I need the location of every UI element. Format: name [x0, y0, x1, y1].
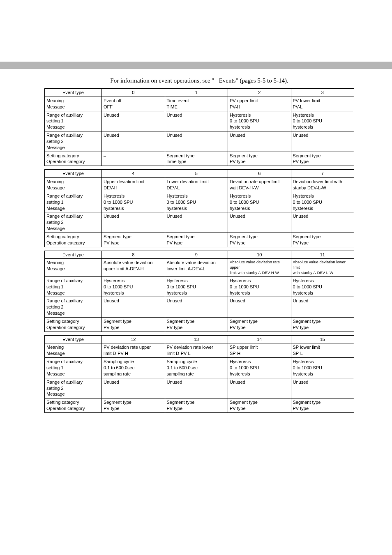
row-label-aux2: Range of auxiliarysetting 2Message [45, 297, 102, 318]
row-label-aux2: Range of auxiliarysetting 2Message [45, 378, 102, 398]
cell-aux1: Hysteresis0 to 1000 SPUhysteresis [228, 192, 291, 212]
col-header: 15 [291, 335, 354, 343]
cell-aux2: Unused [291, 212, 354, 233]
col-header: 9 [165, 251, 228, 259]
header-bar [0, 62, 392, 69]
cell-meaning: PV upper limitPV-H [228, 97, 291, 111]
row-label-setop: Setting categoryOperation category [45, 233, 102, 247]
cell-aux1: Unused [102, 111, 165, 131]
cell-aux1: Hysteresis0 to 1000 SPUhysteresis [291, 192, 354, 212]
row-header-event-type: Event type [45, 335, 102, 343]
cell-aux1: Hysteresis0 to 1000 SPUhysteresis [291, 111, 354, 131]
cell-meaning: Time eventTIME [165, 97, 228, 111]
cell-meaning: PV deviation rate lowerlimit D-PV-L [165, 343, 228, 358]
cell-setop: Segment typePV type [165, 233, 228, 247]
cell-aux2: Unused [165, 297, 228, 318]
cell-aux1: Unused [165, 111, 228, 131]
cell-setop: Segment typePV type [228, 152, 291, 166]
cell-meaning: SP lower limitSP-L [291, 343, 354, 358]
col-header: 1 [165, 89, 228, 97]
row-label-meaning: MeaningMessage [45, 343, 102, 358]
cell-aux2: Unused [102, 131, 165, 152]
page-content: For information on event operations, see… [0, 69, 392, 413]
col-header: 2 [228, 89, 291, 97]
cell-meaning: PV deviation rate upperlimit D-PV-H [102, 343, 165, 358]
col-header: 13 [165, 335, 228, 343]
cell-meaning: Upper deviation limitDEV-H [102, 178, 165, 192]
tables-container: Event type0123MeaningMessageEvent offOFF… [44, 88, 354, 413]
col-header: 6 [228, 170, 291, 178]
col-header: 12 [102, 335, 165, 343]
row-header-event-type: Event type [45, 170, 102, 178]
cell-aux1: Hysteresis0 to 1000 SPUhysteresis [102, 276, 165, 297]
cell-setop: Segment typeTime type [165, 152, 228, 166]
col-header: 14 [228, 335, 291, 343]
col-header: 0 [102, 89, 165, 97]
cell-aux1: Hysteresis0 to 1000 SPUhysteresis [228, 111, 291, 131]
event-table-0: Event type0123MeaningMessageEvent offOFF… [44, 88, 354, 166]
event-table-1: Event type4567MeaningMessageUpper deviat… [44, 169, 354, 247]
event-table-3: Event type12131415MeaningMessagePV devia… [44, 335, 354, 413]
cell-aux1: Hysteresis0 to 1000 SPUhysteresis [165, 276, 228, 297]
caption-text: For information on event operations, see… [44, 77, 354, 84]
cell-setop: Segment typePV type [291, 152, 354, 166]
cell-aux1: Hysteresis0 to 1000 SPUhysteresis [291, 276, 354, 297]
row-label-aux1: Range of auxiliarysetting 1Message [45, 276, 102, 297]
row-label-setop: Setting categoryOperation category [45, 152, 102, 166]
col-header: 3 [291, 89, 354, 97]
cell-aux1: Sampling cycle0.1 to 600.0secsampling ra… [102, 358, 165, 378]
cell-meaning: Absolute value deviationlower limit A-DE… [165, 259, 228, 276]
col-header: 4 [102, 170, 165, 178]
row-header-event-type: Event type [45, 89, 102, 97]
cell-setop: Segment typePV type [228, 398, 291, 413]
cell-setop: Segment typePV type [102, 398, 165, 413]
col-header: 11 [291, 251, 354, 259]
cell-aux1: Hysteresis0 to 1000 SPUhysteresis [102, 192, 165, 212]
cell-aux2: Unused [228, 378, 291, 398]
row-label-meaning: MeaningMessage [45, 97, 102, 111]
cell-setop: Segment typePV type [165, 398, 228, 413]
col-header: 8 [102, 251, 165, 259]
cell-meaning: PV lower limitPV-L [291, 97, 354, 111]
cell-setop: Segment typePV type [165, 317, 228, 332]
cell-aux2: Unused [228, 131, 291, 152]
cell-setop: Segment typePV type [228, 233, 291, 247]
cell-meaning: Absolute value deviation rate upperlimit… [228, 259, 291, 276]
cell-meaning: Lower deviation limittDEV-L [165, 178, 228, 192]
cell-aux2: Unused [228, 297, 291, 318]
row-header-event-type: Event type [45, 251, 102, 259]
cell-meaning: Deviation lower limit withstanby DEV-L-W [291, 178, 354, 192]
row-label-setop: Setting categoryOperation category [45, 317, 102, 332]
row-label-meaning: MeaningMessage [45, 178, 102, 192]
cell-aux1: Hysteresis0 to 1000 SPUhysteresis [291, 358, 354, 378]
cell-aux1: Sampling cycle0.1 to 600.0secsampling ra… [165, 358, 228, 378]
cell-aux2: Unused [102, 297, 165, 318]
cell-setop: Segment typePV type [291, 233, 354, 247]
row-label-meaning: MeaningMessage [45, 259, 102, 276]
cell-aux2: Unused [165, 131, 228, 152]
cell-meaning: Absolute value deviation lower limitwith… [291, 259, 354, 276]
cell-meaning: Event offOFF [102, 97, 165, 111]
cell-aux2: Unused [165, 212, 228, 233]
cell-aux2: Unused [102, 378, 165, 398]
col-header: 10 [228, 251, 291, 259]
row-label-aux1: Range of auxiliarysetting 1Message [45, 358, 102, 378]
row-label-aux1: Range of auxiliarysetting 1Message [45, 111, 102, 131]
cell-aux2: Unused [291, 297, 354, 318]
cell-aux2: Unused [165, 378, 228, 398]
cell-aux1: Hysteresis0 to 1000 SPUhysteresis [228, 276, 291, 297]
cell-meaning: SP upper limitSP-H [228, 343, 291, 358]
col-header: 7 [291, 170, 354, 178]
cell-aux2: Unused [102, 212, 165, 233]
row-label-aux1: Range of auxiliarysetting 1Message [45, 192, 102, 212]
cell-aux2: Unused [228, 212, 291, 233]
row-label-aux2: Range of auxiliarysetting 2Message [45, 212, 102, 233]
cell-setop: Segment typePV type [291, 317, 354, 332]
cell-aux2: Unused [291, 378, 354, 398]
cell-setop: Segment typePV type [102, 317, 165, 332]
event-table-2: Event type891011MeaningMessageAbsolute v… [44, 251, 354, 332]
cell-meaning: Absolute value deviationupper limit A-DE… [102, 259, 165, 276]
cell-setop: Segment typePV type [291, 398, 354, 413]
cell-aux1: Hysteresis0 to 1000 SPUhysteresis [165, 192, 228, 212]
cell-setop: Segment typePV type [102, 233, 165, 247]
